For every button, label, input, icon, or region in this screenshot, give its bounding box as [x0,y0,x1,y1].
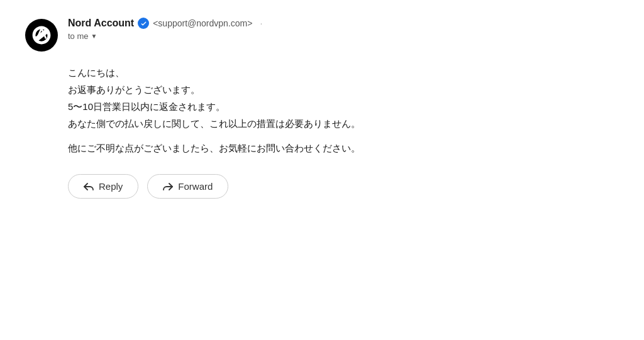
body-line1: こんにちは、 [68,64,619,81]
to-me-row[interactable]: to me ▼ [68,31,262,41]
verified-badge-icon [138,18,149,29]
forward-icon [163,182,173,192]
sender-email: <support@nordvpn.com> [153,18,252,28]
sender-name: Nord Account [68,18,134,29]
sender-name-row: Nord Account <support@nordvpn.com> · [68,18,262,29]
chevron-down-icon[interactable]: ▼ [91,33,97,40]
reply-button[interactable]: Reply [68,174,138,199]
email-actions: Reply Forward [68,174,619,199]
body-line2: お返事ありがとうございます。 [68,81,619,98]
reply-label: Reply [99,181,123,192]
body-line3: 5〜10日営業日以内に返金されます。 [68,98,619,115]
reply-icon [84,182,94,192]
email-header: Nord Account <support@nordvpn.com> · to … [25,18,619,52]
sender-info: Nord Account <support@nordvpn.com> · to … [68,18,262,41]
recipient-label: to me [68,31,89,41]
nordvpn-logo-icon [30,24,53,47]
forward-label: Forward [178,181,213,192]
avatar [25,19,58,52]
body-line5: 他にご不明な点がございましたら、お気軽にお問い合わせください。 [68,140,619,156]
forward-button[interactable]: Forward [147,174,228,199]
email-container: Nord Account <support@nordvpn.com> · to … [0,0,644,216]
email-body: こんにちは、 お返事ありがとうございます。 5〜10日営業日以内に返金されます。… [68,64,619,156]
dot-separator: · [260,18,262,28]
body-line4: あなた側での払い戻しに関して、これ以上の措置は必要ありません。 [68,115,619,132]
